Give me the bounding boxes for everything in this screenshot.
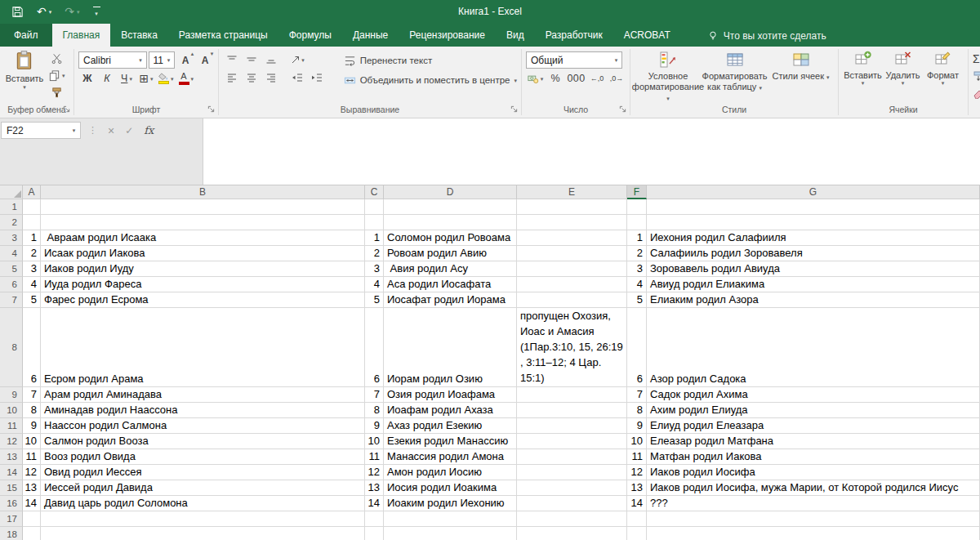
cell-D9[interactable]: Озия родил Иоафама — [384, 387, 517, 403]
cell-C11[interactable]: 9 — [365, 418, 384, 434]
cell-E5[interactable] — [517, 261, 627, 277]
cell-E11[interactable] — [517, 418, 627, 434]
cell-F1[interactable] — [627, 199, 647, 215]
cell-F10[interactable]: 8 — [627, 403, 647, 418]
cell-F5[interactable]: 3 — [627, 261, 647, 277]
cell-A6[interactable]: 4 — [23, 277, 41, 292]
row-header-14[interactable]: 14 — [0, 465, 23, 480]
cell-E16[interactable] — [517, 496, 627, 511]
cell-B18[interactable] — [41, 527, 365, 540]
cell-B4[interactable]: Исаак родил Иакова — [41, 246, 365, 261]
cell-C4[interactable]: 2 — [365, 246, 384, 261]
cell-C15[interactable]: 13 — [365, 480, 384, 496]
cell-B10[interactable]: Аминадав родил Наассона — [41, 403, 365, 418]
cell-D13[interactable]: Манассия родил Амона — [384, 449, 517, 465]
copy-button[interactable] — [47, 67, 67, 83]
tab-acrobat[interactable]: ACROBAT — [613, 24, 681, 47]
clipboard-dialog-launcher[interactable] — [63, 105, 70, 113]
tell-me-box[interactable]: Что вы хотите сделать — [707, 30, 826, 47]
cell-E7[interactable] — [517, 292, 627, 308]
column-header-F[interactable]: F — [627, 185, 647, 199]
cell-B15[interactable]: Иессей родил Давида — [41, 480, 365, 496]
cell-G13[interactable]: Матфан родил Иакова — [647, 449, 980, 465]
cell-E14[interactable] — [517, 465, 627, 480]
format-painter-button[interactable] — [47, 84, 67, 100]
fill-button[interactable]: Заполнить — [973, 67, 980, 84]
cell-F7[interactable]: 5 — [627, 292, 647, 308]
cell-B16[interactable]: Давид царь родил Соломона — [41, 496, 365, 511]
formula-bar-splitter[interactable]: ⋮ — [88, 125, 97, 136]
cell-B12[interactable]: Салмон родил Вооза — [41, 434, 365, 449]
cell-C16[interactable]: 14 — [365, 496, 384, 511]
cell-F14[interactable]: 12 — [627, 465, 647, 480]
currency-format-button[interactable] — [526, 70, 545, 87]
confirm-entry-button[interactable]: ✓ — [125, 125, 133, 136]
cell-F3[interactable]: 1 — [627, 230, 647, 246]
tab-главная[interactable]: Главная — [52, 24, 111, 47]
cell-G7[interactable]: Елиаким родил Азора — [647, 292, 980, 308]
name-box[interactable]: F22 — [1, 122, 81, 139]
cell-E3[interactable] — [517, 230, 627, 246]
tab-разработчик[interactable]: Разработчик — [535, 24, 613, 47]
cell-F15[interactable]: 13 — [627, 480, 647, 496]
cell-B13[interactable]: Вооз родил Овида — [41, 449, 365, 465]
tab-рецензирование[interactable]: Рецензирование — [399, 24, 496, 47]
tab-file[interactable]: Файл — [0, 24, 52, 47]
row-header-17[interactable]: 17 — [0, 511, 23, 527]
row-header-4[interactable]: 4 — [0, 246, 23, 261]
align-middle-button[interactable] — [243, 51, 261, 68]
delete-cells-button[interactable]: Удалить — [883, 50, 923, 104]
cell-A8[interactable]: 6 — [23, 308, 41, 387]
insert-function-button[interactable]: fx — [144, 124, 154, 136]
orientation-button[interactable] — [288, 51, 306, 68]
cell-D6[interactable]: Аса родил Иосафата — [384, 277, 517, 292]
cell-C3[interactable]: 1 — [365, 230, 384, 246]
align-center-button[interactable] — [243, 69, 261, 86]
cell-C14[interactable]: 12 — [365, 465, 384, 480]
cell-A17[interactable] — [23, 511, 41, 527]
cell-C17[interactable] — [365, 511, 384, 527]
cell-F13[interactable]: 11 — [627, 449, 647, 465]
cell-A9[interactable]: 7 — [23, 387, 41, 403]
autosum-button[interactable]: Σ Автосумма — [973, 50, 980, 67]
align-bottom-button[interactable] — [262, 51, 280, 68]
row-header-9[interactable]: 9 — [0, 387, 23, 403]
cell-B5[interactable]: Иаков родил Иуду — [41, 261, 365, 277]
increase-font-size-button[interactable]: А▲ — [176, 52, 194, 69]
cell-E9[interactable] — [517, 387, 627, 403]
clear-button[interactable]: Очистить — [973, 84, 980, 101]
cut-button[interactable] — [47, 50, 67, 66]
row-header-10[interactable]: 10 — [0, 403, 23, 418]
align-left-button[interactable] — [223, 69, 241, 86]
number-format-select[interactable]: Общий — [526, 51, 622, 69]
cell-D12[interactable]: Езекия родил Манассию — [384, 434, 517, 449]
cell-D7[interactable]: Иосафат родил Иорама — [384, 292, 517, 308]
borders-button[interactable]: ⊞ — [137, 70, 155, 87]
cell-D18[interactable] — [384, 527, 517, 540]
column-header-D[interactable]: D — [384, 185, 517, 199]
cell-B7[interactable]: Фарес родил Есрома — [41, 292, 365, 308]
cell-F11[interactable]: 9 — [627, 418, 647, 434]
cell-G15[interactable]: Иаков родил Иосифа, мужа Марии, от Котор… — [647, 480, 980, 496]
cell-D2[interactable] — [384, 215, 517, 230]
undo-button[interactable]: ↶ — [37, 6, 51, 17]
cell-B2[interactable] — [41, 215, 365, 230]
cell-A7[interactable]: 5 — [23, 292, 41, 308]
cell-E6[interactable] — [517, 277, 627, 292]
cell-G9[interactable]: Садок родил Ахима — [647, 387, 980, 403]
column-header-B[interactable]: B — [41, 185, 365, 199]
row-header-5[interactable]: 5 — [0, 261, 23, 277]
cell-D10[interactable]: Иоафам родил Ахаза — [384, 403, 517, 418]
tab-разметка-страницы[interactable]: Разметка страницы — [168, 24, 278, 47]
cell-C13[interactable]: 11 — [365, 449, 384, 465]
cell-A4[interactable]: 2 — [23, 246, 41, 261]
cell-D11[interactable]: Ахаз родил Езекию — [384, 418, 517, 434]
cell-B9[interactable]: Арам родил Аминадава — [41, 387, 365, 403]
cell-B8[interactable]: Есром родил Арама — [41, 308, 365, 387]
cell-G10[interactable]: Ахим родил Елиуда — [647, 403, 980, 418]
cell-F2[interactable] — [627, 215, 647, 230]
merge-center-button[interactable]: Объединить и поместить в центре — [344, 71, 517, 89]
row-header-16[interactable]: 16 — [0, 496, 23, 511]
cell-E1[interactable] — [517, 199, 627, 215]
insert-cells-button[interactable]: Вставить — [843, 50, 883, 104]
